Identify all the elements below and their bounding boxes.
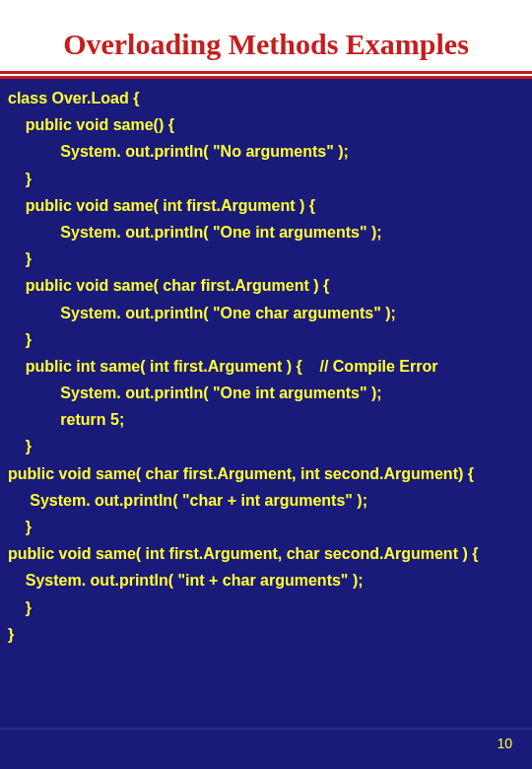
slide-title: Overloading Methods Examples xyxy=(0,0,532,71)
footer-divider xyxy=(0,728,532,730)
page-number: 10 xyxy=(497,735,512,751)
slide: Overloading Methods Examples class Over.… xyxy=(0,0,532,769)
code-block: class Over.Load { public void same() { S… xyxy=(0,79,532,648)
title-divider xyxy=(0,71,532,79)
